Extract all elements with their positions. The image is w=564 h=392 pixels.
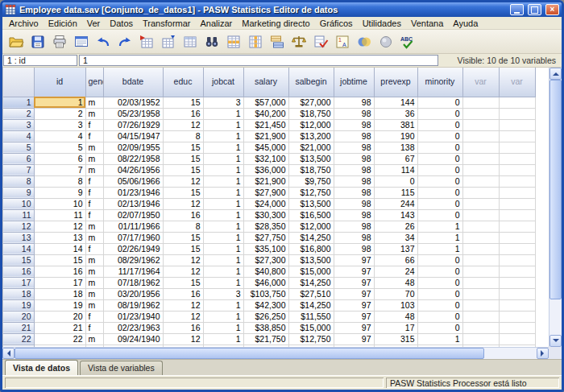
cell[interactable]: $40,200: [243, 108, 288, 119]
cell[interactable]: 02/07/1950: [103, 209, 163, 221]
variables-icon[interactable]: [180, 31, 201, 52]
cell[interactable]: 1: [203, 311, 243, 322]
row-number[interactable]: 1: [3, 97, 34, 108]
cell[interactable]: $45,000: [243, 142, 288, 153]
cell[interactable]: 01/23/1946: [103, 187, 163, 198]
cell[interactable]: 03/20/1956: [103, 288, 163, 299]
cell[interactable]: f: [85, 198, 103, 209]
cell[interactable]: $27,900: [243, 187, 288, 198]
cell[interactable]: 10: [34, 198, 85, 209]
vertical-scroll-thumb[interactable]: [549, 80, 562, 299]
cell[interactable]: 16: [163, 288, 203, 299]
scroll-down-arrow[interactable]: [549, 335, 562, 347]
cell[interactable]: 137: [374, 243, 417, 254]
menu-ayuda[interactable]: Ayuda: [448, 18, 483, 29]
cell[interactable]: 3: [203, 97, 243, 108]
cell[interactable]: 20: [34, 311, 85, 322]
save-icon[interactable]: [27, 31, 48, 52]
cell[interactable]: 0: [417, 198, 462, 209]
cell[interactable]: 1: [203, 299, 243, 311]
row-number[interactable]: 14: [3, 243, 34, 254]
cell[interactable]: $27,750: [243, 232, 288, 243]
cell[interactable]: $13,200: [288, 130, 334, 142]
cell[interactable]: 1: [203, 108, 243, 119]
cell[interactable]: 1: [203, 333, 243, 345]
cell[interactable]: m: [85, 153, 103, 164]
cell-empty[interactable]: [462, 254, 499, 266]
cell[interactable]: 98: [334, 232, 374, 243]
cell[interactable]: $32,100: [243, 153, 288, 164]
goto-case-icon[interactable]: [136, 31, 157, 52]
cell[interactable]: m: [85, 288, 103, 299]
cell[interactable]: 144: [374, 97, 417, 108]
cell[interactable]: 08/22/1958: [103, 153, 163, 164]
cell[interactable]: 1: [203, 221, 243, 232]
cell[interactable]: 244: [374, 198, 417, 209]
cell[interactable]: 12: [163, 175, 203, 187]
row-number[interactable]: 2: [3, 108, 34, 119]
cell[interactable]: 16: [34, 266, 85, 277]
cell[interactable]: $16,500: [288, 209, 334, 221]
horizontal-scroll-thumb[interactable]: [15, 348, 484, 359]
cell[interactable]: 1: [417, 232, 462, 243]
cell[interactable]: 143: [374, 209, 417, 221]
row-number[interactable]: 7: [3, 164, 34, 175]
tab-data-view[interactable]: Vista de datos: [5, 360, 78, 375]
cell[interactable]: 3: [203, 288, 243, 299]
cell[interactable]: 1: [203, 142, 243, 153]
cell[interactable]: 1: [34, 97, 85, 108]
cell[interactable]: 26: [374, 221, 417, 232]
recall-dialogs-icon[interactable]: [71, 31, 92, 52]
insert-cases-icon[interactable]: [223, 31, 244, 52]
cell-empty[interactable]: [499, 97, 535, 108]
goto-variable-icon[interactable]: [158, 31, 179, 52]
menu-edicion[interactable]: Edición: [44, 18, 82, 29]
cell[interactable]: 4: [34, 130, 85, 142]
cell[interactable]: 1: [203, 119, 243, 130]
cell[interactable]: 7: [34, 164, 85, 175]
cell-empty[interactable]: [499, 266, 535, 277]
cell[interactable]: 12: [163, 254, 203, 266]
cell[interactable]: 1: [203, 232, 243, 243]
cell[interactable]: 0: [417, 288, 462, 299]
cell-empty[interactable]: [462, 198, 499, 209]
row-number[interactable]: 13: [3, 232, 34, 243]
cell-empty[interactable]: [499, 142, 535, 153]
column-header-var[interactable]: var: [462, 68, 499, 97]
menu-analizar[interactable]: Analizar: [196, 18, 238, 29]
cell[interactable]: $46,000: [243, 277, 288, 288]
cell[interactable]: 97: [334, 277, 374, 288]
cell[interactable]: m: [85, 221, 103, 232]
cell-empty[interactable]: [499, 277, 535, 288]
cell[interactable]: 09/24/1940: [103, 333, 163, 345]
cell[interactable]: 0: [417, 108, 462, 119]
cell-empty[interactable]: [499, 209, 535, 221]
cell[interactable]: 98: [334, 243, 374, 254]
cell[interactable]: $57,000: [243, 97, 288, 108]
cell[interactable]: m: [85, 232, 103, 243]
cell[interactable]: 98: [334, 108, 374, 119]
cell[interactable]: 48: [374, 277, 417, 288]
insert-variable-icon[interactable]: [245, 31, 266, 52]
cell[interactable]: 34: [374, 232, 417, 243]
cell[interactable]: 0: [374, 175, 417, 187]
cell[interactable]: $9,750: [288, 175, 334, 187]
cell[interactable]: f: [85, 130, 103, 142]
cell-empty[interactable]: [499, 311, 535, 322]
cell[interactable]: 12: [34, 221, 85, 232]
cell[interactable]: 98: [334, 119, 374, 130]
row-number[interactable]: 17: [3, 277, 34, 288]
cell[interactable]: 3: [34, 119, 85, 130]
cell[interactable]: 11/17/1964: [103, 266, 163, 277]
cell-empty[interactable]: [462, 311, 499, 322]
cell-empty[interactable]: [462, 277, 499, 288]
cell[interactable]: $18,750: [288, 164, 334, 175]
cell[interactable]: 15: [163, 153, 203, 164]
cell[interactable]: $12,750: [288, 187, 334, 198]
cell[interactable]: 16: [163, 322, 203, 333]
cell[interactable]: 97: [334, 266, 374, 277]
cell[interactable]: 02/13/1946: [103, 198, 163, 209]
cell-empty[interactable]: [462, 108, 499, 119]
cell[interactable]: 15: [163, 243, 203, 254]
cell-empty[interactable]: [499, 198, 535, 209]
